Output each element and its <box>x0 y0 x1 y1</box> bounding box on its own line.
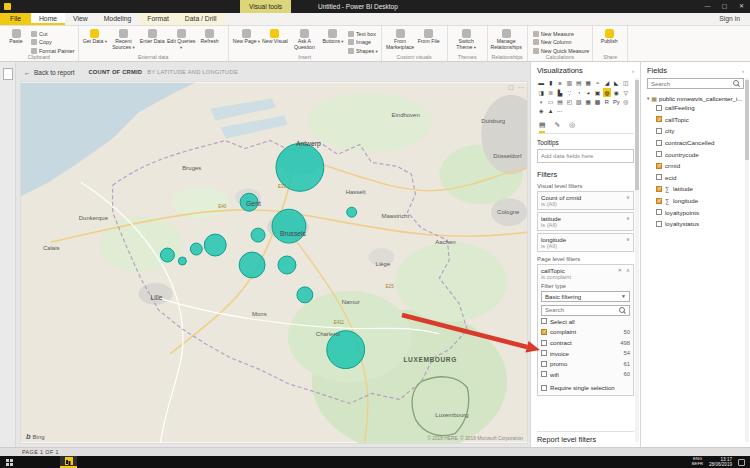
field-checkbox[interactable] <box>656 128 662 134</box>
map-bubble[interactable] <box>251 228 265 242</box>
field-checkbox[interactable] <box>656 151 662 157</box>
field-row[interactable]: ∑ loyaltypoints <box>647 206 744 218</box>
collapse-pane-icon[interactable]: › <box>742 68 744 74</box>
map-bubble[interactable] <box>297 287 313 303</box>
filter-value-row[interactable]: invoice 54 <box>541 348 630 358</box>
ribbon-button[interactable]: Switch Theme <box>451 28 482 51</box>
key-influencers-icon[interactable]: ◎ <box>622 98 630 106</box>
fields-search-input[interactable] <box>651 79 731 88</box>
clustered-column-chart-icon[interactable]: ▥ <box>565 79 573 87</box>
ribbon-button[interactable]: New Quick Measure <box>533 47 590 54</box>
require-single-selection-checkbox[interactable] <box>541 385 547 391</box>
waterfall-chart-icon[interactable]: ▙ <box>556 88 564 96</box>
ribbon-button[interactable]: From Marketplace <box>385 28 416 51</box>
100-stacked-column-chart-icon[interactable]: ▦ <box>584 79 592 87</box>
back-to-report-button[interactable]: ← Back to report <box>24 69 74 76</box>
field-checkbox[interactable] <box>656 105 662 111</box>
field-row[interactable]: ∑ callFeeling <box>647 102 744 114</box>
gauge-icon[interactable]: ◗ <box>537 98 545 106</box>
ribbon-button[interactable]: Shapes <box>348 47 378 54</box>
ribbon-button[interactable]: Publish <box>596 28 622 45</box>
page-thumbnail[interactable] <box>3 68 13 80</box>
visualizations-scrollbar[interactable] <box>635 78 639 442</box>
field-checkbox[interactable] <box>656 209 662 215</box>
ribbon-button[interactable]: Cut <box>31 30 75 37</box>
line-chart-icon[interactable]: ≈ <box>593 79 601 87</box>
ribbon-button[interactable]: Image <box>348 39 378 46</box>
kpi-icon[interactable]: ◰ <box>565 98 573 106</box>
arcgis-map-icon[interactable]: ▲ <box>546 107 554 115</box>
ribbon-button[interactable]: Text box <box>348 30 378 37</box>
field-checkbox[interactable] <box>656 186 662 192</box>
ribbon-button[interactable]: Enter Data <box>139 28 166 51</box>
sign-in-button[interactable]: Sign in <box>709 13 750 25</box>
field-row[interactable]: ∑ loyaltystatus <box>647 218 744 230</box>
field-row[interactable]: ∑ ecid <box>647 172 744 184</box>
field-checkbox[interactable] <box>656 163 662 169</box>
ribbon-tab[interactable]: Data / Drill <box>177 13 225 25</box>
area-chart-icon[interactable]: ◢ <box>603 79 611 87</box>
ribbon-button[interactable]: Recent Sources <box>108 28 139 51</box>
scatter-chart-icon[interactable]: ∵ <box>565 88 573 96</box>
visual-tools-context-tab[interactable]: Visual tools <box>240 0 291 13</box>
more-options-icon[interactable]: ⋯ <box>518 83 524 90</box>
donut-chart-icon[interactable]: ◕ <box>584 88 592 96</box>
scrollbar-thumb[interactable] <box>635 80 639 190</box>
chevron-up-icon[interactable]: ∧ <box>626 267 630 273</box>
table-icon[interactable]: ▦ <box>584 98 592 106</box>
ribbon-button[interactable]: Edit Queries <box>166 28 197 51</box>
stacked-column-chart-icon[interactable]: ▮ <box>546 79 554 87</box>
ribbon-button[interactable]: New Visual <box>261 28 289 54</box>
remove-filter-icon[interactable]: ✕ <box>618 267 623 273</box>
ribbon-button[interactable]: Refresh <box>197 28 223 51</box>
ribbon-button[interactable]: New Page <box>232 28 261 54</box>
matrix-icon[interactable]: ▩ <box>593 98 601 106</box>
clustered-bar-chart-icon[interactable]: ≡ <box>556 79 564 87</box>
map-bubble[interactable] <box>272 209 306 243</box>
field-row[interactable]: ∑ countrycode <box>647 148 744 160</box>
field-row[interactable]: ∑ city <box>647 125 744 137</box>
filter-value-checkbox[interactable] <box>541 340 547 346</box>
fields-pane-tab[interactable]: ▤ <box>539 121 545 133</box>
map-icon[interactable]: ◍ <box>603 88 611 96</box>
ribbon-tab[interactable]: Format <box>139 13 177 25</box>
field-row[interactable]: ∑ latitude <box>647 183 744 195</box>
ribbon-button[interactable]: Get Data <box>82 28 108 51</box>
stacked-bar-chart-icon[interactable]: ▬ <box>537 79 545 87</box>
field-checkbox[interactable] <box>656 140 662 146</box>
fields-scrollbar[interactable] <box>745 78 749 442</box>
ribbon-button[interactable]: Buttons <box>320 28 346 54</box>
field-row[interactable]: ∑ crmid <box>647 160 744 172</box>
ribbon-chart-icon[interactable]: ≋ <box>546 88 554 96</box>
card-icon[interactable]: ▭ <box>546 98 554 106</box>
ribbon-tab[interactable]: Modeling <box>96 13 140 25</box>
line-and-stacked-column-chart-icon[interactable]: ◫ <box>622 79 630 87</box>
clock[interactable]: 13:17 28/06/2019 <box>709 457 732 467</box>
select-all-checkbox[interactable] <box>541 318 547 324</box>
100-stacked-bar-chart-icon[interactable]: ▤ <box>575 79 583 87</box>
field-row[interactable]: ∑ contractCancelled <box>647 137 744 149</box>
tooltips-field-well[interactable]: Add data fields here <box>537 149 634 163</box>
expander-icon[interactable]: ▾ <box>647 96 649 101</box>
map-bubble[interactable] <box>178 257 186 265</box>
ribbon-tab[interactable]: File <box>0 13 31 25</box>
filter-value-row[interactable]: complaint 50 <box>541 327 630 337</box>
ribbon-button[interactable]: From File <box>416 28 442 51</box>
select-all-row[interactable]: Select all <box>541 317 630 327</box>
chevron-down-icon[interactable]: ∨ <box>626 194 630 200</box>
pie-chart-icon[interactable]: ◔ <box>575 88 583 96</box>
funnel-icon[interactable]: ▽ <box>622 88 630 96</box>
filter-value-row[interactable]: contract 498 <box>541 338 630 348</box>
collapse-pane-icon[interactable]: › <box>632 68 634 74</box>
field-row[interactable]: ∑ longitude <box>647 195 744 207</box>
chevron-down-icon[interactable]: ∨ <box>626 236 630 242</box>
map-bubble[interactable] <box>190 243 202 255</box>
slicer-icon[interactable]: ▧ <box>575 98 583 106</box>
python-visual-icon[interactable]: Py <box>612 98 620 106</box>
analytics-pane-tab[interactable]: ◎ <box>569 121 575 133</box>
stacked-area-chart-icon[interactable]: ◣ <box>612 79 620 87</box>
ribbon-button[interactable]: Format Painter <box>31 47 75 54</box>
field-checkbox[interactable] <box>656 221 662 227</box>
start-button[interactable] <box>0 456 18 468</box>
format-pane-tab[interactable]: ✎ <box>554 121 560 133</box>
